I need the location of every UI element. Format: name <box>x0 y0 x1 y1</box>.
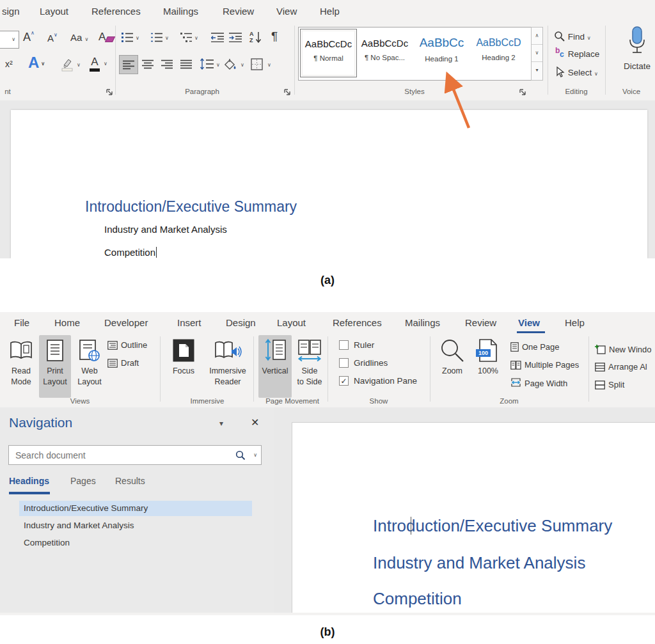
shading-button[interactable] <box>224 58 238 71</box>
dictate-button[interactable]: Dictate <box>622 26 652 71</box>
text-effects-button[interactable]: A∨ <box>28 54 45 72</box>
find-button[interactable]: Find ∨ <box>554 31 591 42</box>
justify-button[interactable] <box>180 59 192 69</box>
side-to-side-button[interactable]: Sideto Side <box>293 335 326 398</box>
search-icon[interactable] <box>235 450 246 460</box>
immersive-reader-button[interactable]: ImmersiveReader <box>203 335 252 398</box>
chevron-down-icon[interactable]: ∨ <box>165 36 169 41</box>
chevron-down-icon[interactable]: ∨ <box>216 63 220 68</box>
highlight-color-button[interactable]: ∨ <box>60 58 74 72</box>
nav-tab-results[interactable]: Results <box>115 476 145 486</box>
line-spacing-button[interactable] <box>200 58 214 70</box>
tab-review[interactable]: Review <box>223 0 254 23</box>
tab-view[interactable]: View <box>276 0 297 23</box>
document-page-a[interactable]: Introduction/Executive Summary Industry … <box>11 110 647 258</box>
chevron-down-icon[interactable]: ∨ <box>194 36 198 41</box>
align-center-button[interactable] <box>142 59 154 69</box>
change-case-button[interactable]: Aa ∨ <box>70 32 88 43</box>
new-window-icon <box>595 344 606 354</box>
select-button[interactable]: Select ∨ <box>554 67 598 78</box>
align-right-button[interactable] <box>161 59 173 69</box>
tab-design-partial[interactable]: sign <box>2 0 20 23</box>
outline-button[interactable]: Outline <box>107 340 147 350</box>
style-no-spacing[interactable]: AaBbCcDc ¶ No Spac... <box>357 29 413 76</box>
navigation-close-icon[interactable]: ✕ <box>251 416 259 428</box>
caption-b: (b) <box>0 625 655 639</box>
new-window-button[interactable]: New Windo <box>595 344 651 354</box>
zoom-100-button[interactable]: 100 100% <box>471 335 505 398</box>
style-normal[interactable]: AaBbCcDc ¶ Normal <box>300 29 357 77</box>
styles-more-icon[interactable]: ▾ <box>532 62 542 79</box>
nav-tab-pages[interactable]: Pages <box>70 476 96 486</box>
tab-mailings[interactable]: Mailings <box>405 312 440 334</box>
navigation-dropdown-icon[interactable]: ▾ <box>219 419 223 428</box>
line-spacing-icon <box>200 58 214 70</box>
multiple-pages-button[interactable]: Multiple Pages <box>510 360 579 370</box>
vertical-button[interactable]: Vertical <box>258 335 292 398</box>
chevron-down-icon[interactable]: ∨ <box>267 63 271 68</box>
document-page-b[interactable]: Introduction/Executive Summary Industry … <box>292 422 655 613</box>
tab-layout[interactable]: Layout <box>40 0 68 23</box>
gridlines-checkbox[interactable]: Gridlines <box>339 358 388 368</box>
superscript-button[interactable]: x² <box>5 59 13 69</box>
tab-review[interactable]: Review <box>465 312 496 334</box>
tab-layout[interactable]: Layout <box>277 312 306 334</box>
show-paragraph-marks-button[interactable]: ¶ <box>271 29 278 43</box>
decrease-indent-button[interactable] <box>211 32 224 42</box>
increase-indent-button[interactable] <box>229 32 242 42</box>
nav-heading-item[interactable]: Industry and Market Analysis <box>19 518 252 533</box>
web-layout-button[interactable]: WebLayout <box>73 335 106 398</box>
borders-button[interactable] <box>251 58 263 70</box>
print-layout-button[interactable]: PrintLayout <box>39 335 71 398</box>
nav-heading-item[interactable]: Competition <box>19 535 252 551</box>
font-color-button[interactable]: A <box>90 56 100 72</box>
tab-design[interactable]: Design <box>226 312 256 334</box>
styles-dialog-launcher-icon[interactable] <box>519 89 526 96</box>
read-mode-button[interactable]: ReadMode <box>5 335 37 398</box>
tab-file[interactable]: File <box>14 312 29 334</box>
tab-references[interactable]: References <box>91 0 141 23</box>
search-input[interactable] <box>14 448 228 463</box>
arrange-all-button[interactable]: Arrange Al <box>595 362 647 372</box>
styles-group-label: Styles <box>298 88 531 95</box>
paragraph-dialog-launcher-icon[interactable] <box>284 89 291 96</box>
shrink-font-button[interactable]: A∨ <box>47 33 58 43</box>
nav-tab-headings[interactable]: Headings <box>9 476 49 486</box>
tab-insert[interactable]: Insert <box>177 312 201 334</box>
decrease-indent-icon <box>211 32 224 42</box>
tab-developer[interactable]: Developer <box>104 312 148 334</box>
tab-references[interactable]: References <box>333 312 382 334</box>
focus-button[interactable]: Focus <box>166 335 201 398</box>
tab-mailings[interactable]: Mailings <box>163 0 198 23</box>
split-button[interactable]: Split <box>595 380 624 389</box>
font-dialog-launcher-icon[interactable] <box>106 89 113 96</box>
nav-heading-item[interactable]: Introduction/Executive Summary <box>19 501 252 516</box>
styles-scroll-up-icon[interactable]: ∧ <box>532 27 542 45</box>
align-left-button[interactable] <box>119 55 138 74</box>
zoom-100-badge: 100 <box>476 349 491 357</box>
tab-help[interactable]: Help <box>320 0 340 23</box>
numbering-button[interactable] <box>151 32 162 42</box>
style-heading1[interactable]: AaBbCc Heading 1 <box>414 29 470 76</box>
search-options-icon[interactable]: ∨ <box>253 453 257 458</box>
multilevel-list-button[interactable] <box>180 32 192 42</box>
tab-view[interactable]: View <box>518 312 540 334</box>
navigation-pane-checkbox[interactable]: ✓ Navigation Pane <box>339 376 417 386</box>
one-page-button[interactable]: One Page <box>510 342 560 352</box>
bullets-button[interactable] <box>122 32 133 42</box>
draft-button[interactable]: Draft <box>107 358 139 368</box>
chevron-down-icon[interactable]: ∨ <box>241 63 244 68</box>
chevron-down-icon[interactable]: ∨ <box>136 36 139 41</box>
page-width-button[interactable]: Page Width <box>510 378 567 388</box>
style-heading2[interactable]: AaBbCcD Heading 2 <box>471 29 526 76</box>
styles-scroll-down-icon[interactable]: ∨ <box>532 45 542 62</box>
draft-icon <box>107 359 118 368</box>
tab-help[interactable]: Help <box>565 312 585 334</box>
tab-home[interactable]: Home <box>54 312 80 334</box>
replace-button[interactable]: b c Replace <box>554 49 599 59</box>
font-size-dropdown[interactable]: ∨ <box>0 31 19 49</box>
clear-formatting-button[interactable]: A <box>99 31 106 43</box>
ruler-checkbox[interactable]: Ruler <box>339 340 374 350</box>
zoom-button[interactable]: Zoom <box>435 335 470 398</box>
grow-font-button[interactable]: A∧ <box>23 31 35 44</box>
